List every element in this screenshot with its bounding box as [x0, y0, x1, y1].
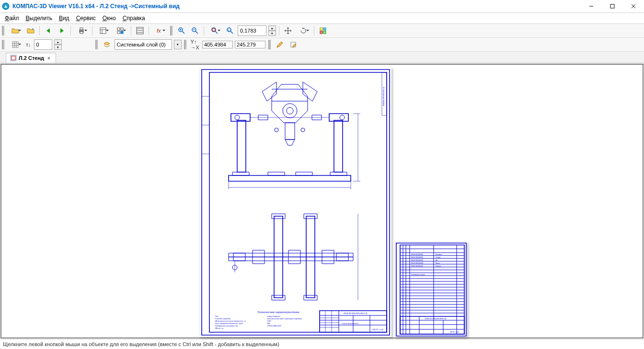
tree-button[interactable] — [134, 25, 146, 36]
svg-rect-71 — [285, 123, 295, 140]
svg-marker-66 — [303, 82, 317, 101]
coord-x-field[interactable]: 405.4984 — [202, 41, 233, 48]
layer-dropdown[interactable]: ▾ — [174, 40, 182, 49]
levels-button[interactable] — [113, 25, 128, 36]
snap-grid-button[interactable] — [8, 39, 23, 50]
pan-button[interactable] — [282, 25, 294, 36]
toolbar-grip[interactable] — [2, 40, 5, 49]
zoom-scale-button[interactable]: 1:1 — [224, 25, 236, 36]
svg-text:ЮФАН 000.000.004: ЮФАН 000.000.004 — [411, 262, 424, 264]
status-bar: Щелкните левой кнопкой мыши на объекте д… — [0, 339, 644, 349]
titlebar: КОМПАС-3D Viewer V16.1 x64 - Л.2 Стенд -… — [0, 0, 644, 13]
menu-bar: Файл Выделить Вид Сервис Окно Справка — [0, 13, 644, 24]
drawing-viewport[interactable]: Техническая характеристика Типстационарн… — [0, 64, 644, 338]
svg-point-68 — [287, 107, 293, 114]
maximize-button[interactable] — [602, 0, 623, 12]
variables-button[interactable]: fx — [152, 25, 167, 36]
status-text: Щелкните левой кнопкой мыши на объекте д… — [3, 341, 279, 347]
window-controls — [581, 0, 644, 12]
toolbar-grip[interactable] — [2, 26, 5, 35]
rotate-button[interactable] — [296, 25, 311, 36]
menu-select[interactable]: Выделить — [26, 15, 52, 22]
app-icon — [2, 2, 10, 10]
arrow-left-button[interactable] — [43, 25, 54, 36]
minimize-button[interactable] — [581, 0, 602, 12]
svg-text:ЮФАН 000.000.000 СБ: ЮФАН 000.000.000 СБ — [382, 87, 385, 106]
toolbar-row-2: т↓ 0 ▴▾ Системный слой (0) ▾ Y↑→X 405.49… — [0, 38, 644, 52]
svg-rect-50 — [229, 175, 351, 181]
svg-rect-55 — [237, 120, 246, 172]
svg-rect-34 — [323, 28, 326, 30]
open-button[interactable] — [8, 25, 23, 36]
scale-up[interactable]: ▴ — [268, 25, 276, 31]
svg-rect-8 — [100, 28, 106, 34]
menu-file[interactable]: Файл — [5, 15, 19, 22]
svg-text:Траверса: Траверса — [436, 265, 441, 267]
svg-rect-7 — [80, 32, 83, 34]
toolbar-grip[interactable] — [170, 26, 173, 35]
zoom-fit-button[interactable] — [207, 25, 222, 36]
svg-rect-36 — [323, 31, 326, 34]
svg-text:1:1: 1:1 — [228, 29, 232, 32]
toolbar-grip[interactable] — [184, 40, 187, 49]
step-down[interactable]: ▾ — [54, 45, 62, 50]
svg-rect-13 — [117, 31, 120, 34]
toolbar-grip[interactable] — [268, 40, 271, 49]
svg-text:fx: fx — [157, 28, 161, 34]
svg-rect-125 — [396, 243, 466, 336]
properties-button[interactable] — [95, 25, 111, 36]
zoom-out-button[interactable] — [189, 25, 201, 36]
coord-label: Y↑→X — [191, 39, 199, 50]
edit-button[interactable] — [274, 39, 286, 50]
svg-text:Масса, кг: Масса, кг — [215, 327, 224, 330]
toolbar-grip[interactable] — [95, 40, 98, 49]
svg-rect-2 — [610, 4, 614, 8]
coord-y-field[interactable]: 245.279 — [235, 41, 265, 48]
svg-text:Стенд-кантователь: Стенд-кантователь — [342, 322, 358, 325]
edit2-button[interactable] — [288, 39, 299, 50]
svg-text:Стандартные изделия: Стандартные изделия — [411, 274, 426, 276]
svg-point-58 — [235, 115, 240, 120]
scale-down[interactable]: ▾ — [268, 31, 276, 36]
document-tab-strip: Л.2 Стенд × — [0, 52, 644, 63]
svg-text:Основание: Основание — [436, 254, 442, 256]
document-tab-label: Л.2 Стенд — [19, 55, 44, 61]
svg-text:механический через червячную п: механический через червячную передачу — [266, 317, 302, 320]
step-field[interactable]: 0 — [34, 39, 52, 50]
svg-line-21 — [182, 31, 184, 34]
step-up[interactable]: ▴ — [54, 39, 62, 45]
svg-rect-12 — [121, 28, 123, 30]
menu-service[interactable]: Сервис — [76, 15, 96, 22]
zoom-in-button[interactable] — [176, 25, 187, 36]
refresh-button[interactable] — [317, 25, 329, 36]
menu-view[interactable]: Вид — [59, 15, 69, 22]
svg-rect-46 — [209, 72, 387, 332]
svg-rect-56 — [334, 120, 343, 172]
svg-text:Стойка: Стойка — [436, 256, 441, 258]
menu-window[interactable]: Окно — [103, 15, 116, 22]
svg-point-73 — [275, 128, 278, 132]
svg-text:ЮФАН 000.000.000 СБ: ЮФАН 000.000.000 СБ — [343, 312, 367, 314]
svg-marker-72 — [285, 140, 295, 145]
layer-combo[interactable]: Системный слой (0) — [115, 39, 172, 50]
svg-rect-54 — [330, 172, 347, 175]
open-prev-button[interactable] — [25, 25, 36, 36]
document-icon — [10, 55, 17, 61]
svg-marker-65 — [262, 82, 276, 101]
svg-text:ЮФАН 000.000.003: ЮФАН 000.000.003 — [411, 259, 424, 261]
close-button[interactable] — [623, 0, 644, 12]
print-button[interactable] — [74, 25, 89, 36]
svg-point-67 — [283, 104, 297, 118]
scale-field[interactable]: 0.1783 — [238, 25, 266, 36]
svg-line-25 — [196, 31, 198, 34]
svg-text:ЮФАН 000.000.001: ЮФАН 000.000.001 — [411, 254, 424, 256]
menu-help[interactable]: Справка — [123, 15, 145, 22]
layers-button[interactable] — [101, 39, 113, 50]
svg-rect-29 — [212, 28, 215, 31]
tab-close-icon[interactable]: × — [46, 55, 52, 61]
svg-text:ЮФАН 000.000.005: ЮФАН 000.000.005 — [411, 265, 424, 267]
document-tab[interactable]: Л.2 Стенд × — [6, 53, 56, 63]
arrow-right-button[interactable] — [56, 25, 68, 36]
svg-line-28 — [215, 31, 218, 34]
svg-text:ПГТУ ААХ: ПГТУ ААХ — [449, 331, 459, 333]
